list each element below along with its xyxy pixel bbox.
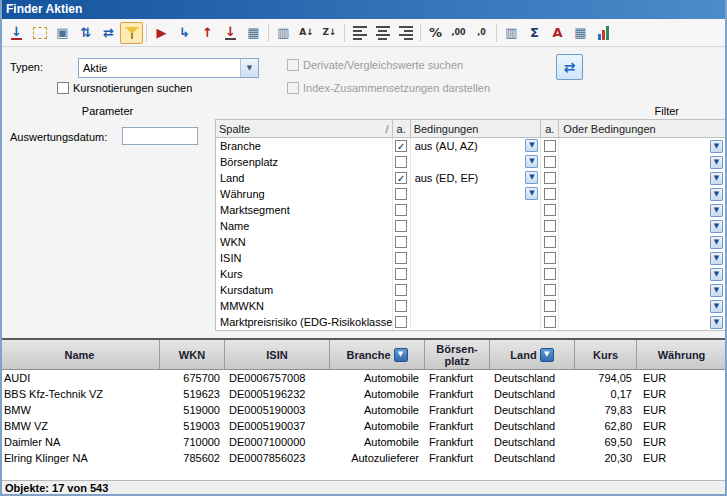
filter-row[interactable]: Börsenplatz ▼ ▼ [216, 154, 727, 170]
arrow-up-icon[interactable]: ↑ [196, 22, 219, 44]
or-condition-dropdown[interactable]: ▼ [710, 220, 723, 233]
filter-row[interactable]: MMWKN ▼ ▼ [216, 298, 727, 314]
active-checkbox[interactable] [395, 204, 407, 216]
column-header-wkn[interactable]: WKN [160, 340, 225, 369]
condition-dropdown[interactable]: ▼ [525, 171, 538, 184]
or-condition-dropdown[interactable]: ▼ [710, 172, 723, 185]
filter-column-name[interactable]: Börsenplatz [216, 154, 393, 170]
filter-column-name[interactable]: Kurs [216, 266, 393, 282]
filter-column-name[interactable]: ISIN [216, 250, 393, 266]
filter-funnel-icon[interactable] [120, 22, 143, 44]
active-checkbox[interactable] [395, 156, 407, 168]
table-grid-icon[interactable]: ▦ [569, 22, 592, 44]
column-header-bedingungen[interactable]: Bedingungen [411, 120, 542, 137]
or-active-checkbox[interactable] [544, 156, 556, 168]
or-active-checkbox[interactable] [544, 204, 556, 216]
table-row[interactable]: Elring Klinger NA 785602 DE0007856023 Au… [0, 450, 727, 466]
active-checkbox[interactable] [395, 268, 407, 280]
table-row[interactable]: AUDI 675700 DE0006757008 Automobile Fran… [0, 370, 727, 386]
or-active-checkbox[interactable] [544, 252, 556, 264]
or-condition-dropdown[interactable]: ▼ [710, 268, 723, 281]
filter-column-name[interactable]: Marktpreisrisiko (EDG-Risikoklasse) [216, 314, 393, 330]
active-checkbox[interactable]: ✓ [395, 140, 407, 152]
arrow-down-icon[interactable]: ↓ [219, 22, 242, 44]
column-header-spalte[interactable]: Spalte / [216, 120, 393, 137]
dashed-selection-icon[interactable] [28, 22, 51, 44]
table-columns-icon[interactable]: ▥ [272, 22, 295, 44]
active-checkbox[interactable] [395, 236, 407, 248]
column-header-waehrung[interactable]: Währung [637, 340, 727, 369]
or-condition-dropdown[interactable]: ▼ [710, 252, 723, 265]
or-condition-dropdown[interactable]: ▼ [710, 140, 723, 153]
column-header-kurs[interactable]: Kurs [575, 340, 637, 369]
sort-ascending-icon[interactable]: A↓ [295, 22, 318, 44]
table-ruler-icon[interactable]: ▥ [500, 22, 523, 44]
arrow-down-line-icon[interactable]: ↓ [5, 22, 28, 44]
or-active-checkbox[interactable] [544, 268, 556, 280]
filter-row[interactable]: Währung ▼ ▼ [216, 186, 727, 202]
font-color-icon[interactable]: A [546, 22, 569, 44]
or-condition-dropdown[interactable]: ▼ [710, 300, 723, 313]
column-header-boersenplatz[interactable]: Börsen- platz [425, 340, 490, 369]
active-checkbox[interactable] [395, 220, 407, 232]
column-header-or-active[interactable]: a. [541, 120, 559, 137]
condition-text[interactable]: aus (ED, EF) [415, 172, 479, 184]
index-checkbox[interactable]: Index-Zusammensetzungen darstellen [287, 82, 490, 94]
filter-row[interactable]: ISIN ▼ ▼ [216, 250, 727, 266]
filter-column-name[interactable]: MMWKN [216, 298, 393, 314]
table-row[interactable]: BMW VZ 519003 DE0005190037 Automobile Fr… [0, 418, 727, 434]
bar-chart-icon[interactable] [592, 22, 615, 44]
refresh-button[interactable]: ⇄ [556, 54, 583, 80]
or-active-checkbox[interactable] [544, 236, 556, 248]
decimal-add-icon[interactable]: ,00 [447, 22, 470, 44]
filter-row[interactable]: Land ✓ aus (ED, EF) ▼ ▼ [216, 170, 727, 186]
arrows-up-down-icon[interactable]: ⇅ [74, 22, 97, 44]
condition-dropdown[interactable]: ▼ [525, 187, 538, 200]
or-condition-dropdown[interactable]: ▼ [710, 236, 723, 249]
arrow-branch-down-icon[interactable]: ↳ [173, 22, 196, 44]
active-checkbox[interactable]: ✓ [395, 172, 407, 184]
or-active-checkbox[interactable] [544, 172, 556, 184]
column-header-name[interactable]: Name [0, 340, 160, 369]
condition-dropdown[interactable]: ▼ [525, 155, 538, 168]
column-header-land[interactable]: Land ▼ [490, 340, 575, 369]
filter-column-name[interactable]: Kursdatum [216, 282, 393, 298]
or-active-checkbox[interactable] [544, 284, 556, 296]
auswertungsdatum-input[interactable] [122, 127, 198, 145]
filter-row[interactable]: Kurs ▼ ▼ [216, 266, 727, 282]
or-active-checkbox[interactable] [544, 220, 556, 232]
table-row[interactable]: BMW 519000 DE0005190003 Automobile Frank… [0, 402, 727, 418]
land-filter-dropdown[interactable]: ▼ [540, 348, 554, 362]
percent-icon[interactable]: % [424, 22, 447, 44]
or-condition-dropdown[interactable]: ▼ [710, 284, 723, 297]
branche-filter-dropdown[interactable]: ▼ [394, 348, 408, 362]
sigma-sum-icon[interactable]: Σ [523, 22, 546, 44]
active-checkbox[interactable] [395, 300, 407, 312]
filter-row[interactable]: Name ▼ ▼ [216, 218, 727, 234]
filter-column-name[interactable]: WKN [216, 234, 393, 250]
filter-row[interactable]: Kursdatum ▼ ▼ [216, 282, 727, 298]
or-active-checkbox[interactable] [544, 188, 556, 200]
active-checkbox[interactable] [395, 316, 407, 328]
column-header-oder-bedingungen[interactable]: Oder Bedingungen [559, 120, 727, 137]
filter-row[interactable]: Branche ✓ aus (AU, AZ) ▼ ▼ [216, 138, 727, 154]
condition-dropdown[interactable]: ▼ [525, 139, 538, 152]
or-condition-dropdown[interactable]: ▼ [710, 156, 723, 169]
filter-column-name[interactable]: Land [216, 170, 393, 186]
active-checkbox[interactable] [395, 188, 407, 200]
align-right-icon[interactable] [394, 22, 417, 44]
active-checkbox[interactable] [395, 252, 407, 264]
filter-row[interactable]: Marktsegment ▼ ▼ [216, 202, 727, 218]
table-row[interactable]: BBS Kfz-Technik VZ 519623 DE0005196232 A… [0, 386, 727, 402]
filter-column-name[interactable]: Branche [216, 138, 393, 154]
or-active-checkbox[interactable] [544, 316, 556, 328]
filter-row[interactable]: WKN ▼ ▼ [216, 234, 727, 250]
column-header-isin[interactable]: ISIN [225, 340, 330, 369]
or-condition-dropdown[interactable]: ▼ [710, 204, 723, 217]
decimal-remove-icon[interactable]: ,0 [470, 22, 493, 44]
align-left-icon[interactable] [348, 22, 371, 44]
condition-text[interactable]: aus (AU, AZ) [415, 140, 478, 152]
play-arrow-icon[interactable]: ▶ [150, 22, 173, 44]
or-active-checkbox[interactable] [544, 140, 556, 152]
grid-box-icon[interactable]: ▣ [51, 22, 74, 44]
